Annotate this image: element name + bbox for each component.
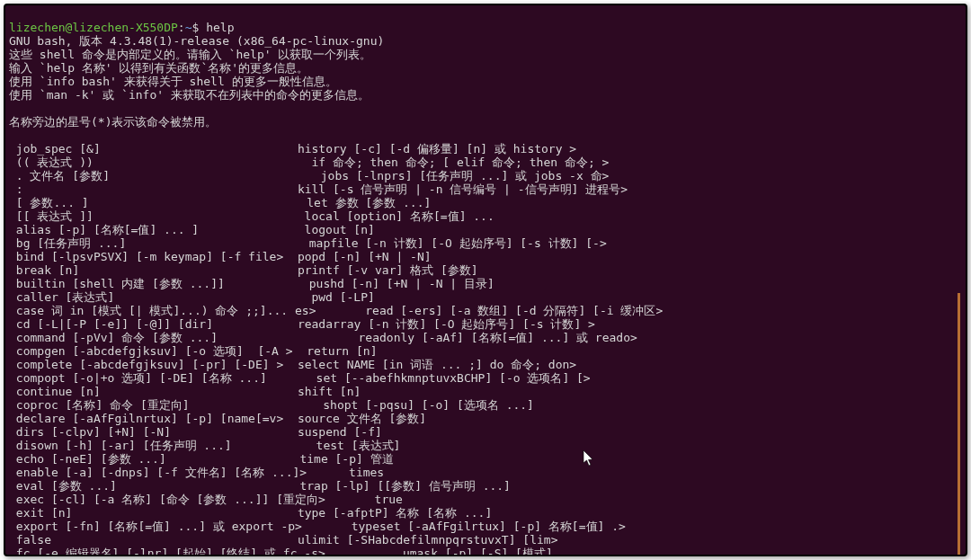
out-line: dirs [-clpv] [+N] [-N] suspend [-f]	[9, 425, 382, 439]
out-line: compgen [-abcdefgjksuv] [-o 选项] [-A > re…	[9, 344, 378, 358]
out-line: false ulimit [-SHabcdefilmnpqrstuvxT] [l…	[9, 533, 557, 547]
out-line: export [-fn] [名称[=值] ...] 或 export -p> t…	[9, 520, 626, 533]
out-line: [ 参数... ] let 参数 [参数 ...]	[9, 196, 431, 209]
out-line: disown [-h] [-ar] [任务声明 ...] test [表达式]	[9, 439, 400, 452]
prompt-user: lizechen@lizechen-X550DP	[9, 21, 178, 34]
out-line: 这些 shell 命令是内部定义的。请输入 `help' 以获取一个列表。	[9, 48, 371, 61]
out-line: job_spec [&] history [-c] [-d 偏移量] [n] 或…	[9, 142, 576, 156]
out-line: case 词 in [模式 [| 模式]...) 命令 ;;]... es> r…	[9, 304, 663, 317]
out-line: GNU bash, 版本 4.3.48(1)-release (x86_64-p…	[9, 34, 384, 48]
out-line: eval [参数 ...] trap [-lp] [[参数] 信号声明 ...]	[9, 479, 511, 493]
out-line: exit [n] type [-afptP] 名称 [名称 ...]	[9, 506, 492, 520]
out-line: 名称旁边的星号(*)表示该命令被禁用。	[9, 115, 217, 129]
out-line: 使用 `info bash' 来获得关于 shell 的更多一般性信息。	[9, 75, 337, 88]
out-line: enable [-a] [-dnps] [-f 文件名] [名称 ...]> t…	[9, 466, 384, 479]
out-line: continue [n] shift [n]	[9, 385, 361, 398]
out-line: . 文件名 [参数] jobs [-lnprs] [任务声明 ...] 或 jo…	[9, 169, 609, 182]
out-line: [[ 表达式 ]] local [option] 名称[=值] ...	[9, 209, 494, 223]
out-line: : kill [-s 信号声明 | -n 信号编号 | -信号声明] 进程号>	[9, 182, 628, 196]
entered-command: help	[206, 21, 234, 34]
out-line: complete [-abcdefgjksuv] [-pr] [-DE] > s…	[9, 358, 576, 371]
prompt-sep: :	[178, 21, 185, 34]
out-line: caller [表达式] pwd [-LP]	[9, 290, 375, 304]
out-line: exec [-cl] [-a 名称] [命令 [参数 ...]] [重定向> t…	[9, 493, 403, 506]
out-line: bg [任务声明 ...] mapfile [-n 计数] [-O 起始序号] …	[9, 236, 607, 250]
out-line: command [-pVv] 命令 [参数 ...] readonly [-aA…	[9, 331, 637, 344]
out-line: 使用 `man -k' 或 `info' 来获取不在列表中的命令的更多信息。	[9, 88, 370, 102]
out-line: break [n] printf [-v var] 格式 [参数]	[9, 263, 478, 277]
out-line: compopt [-o|+o 选项] [-DE] [名称 ...] set [-…	[9, 371, 591, 385]
prompt-path: ~	[185, 21, 192, 34]
out-line: bind [-lpsvPSVX] [-m keymap] [-f file> p…	[9, 250, 432, 263]
out-line: (( 表达式 )) if 命令; then 命令; [ elif 命令; the…	[9, 156, 609, 169]
out-line: cd [-L|[-P [-e]] [-@]] [dir] readarray […	[9, 317, 595, 331]
scrollbar-indicator[interactable]	[958, 293, 960, 556]
out-line: builtin [shell 内建 [参数 ...]] pushd [-n] […	[9, 277, 494, 290]
out-line: echo [-neE] [参数 ...] time [-p] 管道	[9, 452, 394, 466]
terminal-output[interactable]: lizechen@lizechen-X550DP:~$ help GNU bas…	[5, 5, 966, 556]
out-line: coproc [名称] 命令 [重定向] shopt [-pqsu] [-o] …	[9, 398, 534, 412]
out-line: 输入 `help 名称' 以得到有关函数`名称'的更多信息。	[9, 61, 308, 75]
prompt-sigil: $	[192, 21, 200, 34]
out-line: declare [-aAfFgilnrtux] [-p] [name[=v> s…	[9, 412, 426, 425]
out-line: alias [-p] [名称[=值] ... ] logout [n]	[9, 223, 375, 236]
out-line: fc [-e 编辑器名] [-lnr] [起始] [终结] 或 fc -s> u…	[9, 547, 553, 556]
terminal-window[interactable]: lizechen@lizechen-X550DP:~$ help GNU bas…	[4, 4, 967, 556]
